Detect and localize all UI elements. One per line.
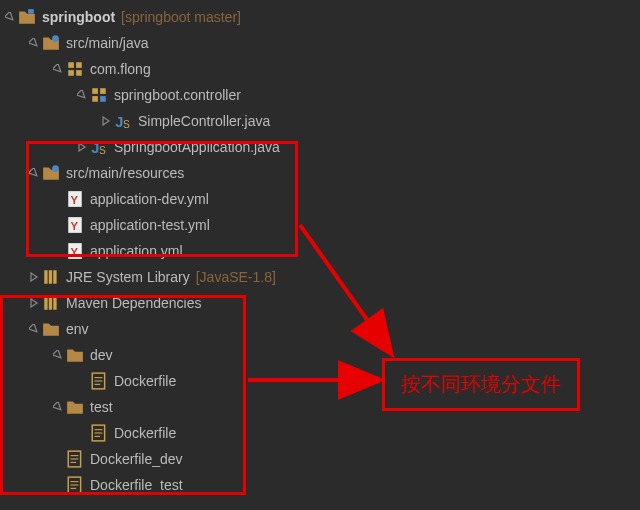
- svg-text:Y: Y: [71, 220, 79, 232]
- svg-text:Y: Y: [71, 246, 79, 258]
- svg-rect-8: [92, 96, 98, 102]
- project-folder-icon: [18, 8, 36, 26]
- svg-rect-2: [68, 62, 74, 68]
- text-file-icon: [90, 372, 108, 390]
- svg-rect-9: [100, 96, 106, 102]
- expand-arrow-icon[interactable]: [4, 11, 16, 23]
- tree-node-package[interactable]: com.flong: [0, 56, 640, 82]
- node-suffix: [JavaSE-1.8]: [196, 269, 276, 285]
- expand-arrow-icon[interactable]: [52, 349, 64, 361]
- folder-icon: [42, 320, 60, 338]
- svg-rect-25: [49, 296, 52, 310]
- node-label: com.flong: [90, 61, 151, 77]
- node-label: src/main/resources: [66, 165, 184, 181]
- text-file-icon: [66, 450, 84, 468]
- svg-rect-5: [76, 70, 82, 76]
- svg-rect-3: [76, 62, 82, 68]
- yaml-file-icon: Y: [66, 190, 84, 208]
- collapse-arrow-icon[interactable]: [28, 297, 40, 309]
- svg-text:Y: Y: [71, 194, 79, 206]
- collapse-arrow-icon[interactable]: [28, 271, 40, 283]
- tree-node-resources[interactable]: src/main/resources: [0, 160, 640, 186]
- tree-node-java-file[interactable]: JS SimpleController.java: [0, 108, 640, 134]
- folder-icon: [66, 346, 84, 364]
- project-tree: springboot [springboot master] src/main/…: [0, 0, 640, 502]
- node-label: Dockerfile_test: [90, 477, 183, 493]
- tree-node-dockerfile-dev[interactable]: Dockerfile_dev: [0, 446, 640, 472]
- collapse-arrow-icon[interactable]: [76, 141, 88, 153]
- annotation-callout: 按不同环境分文件: [382, 358, 580, 411]
- tree-node-yml[interactable]: Y application.yml: [0, 238, 640, 264]
- tree-node-maven[interactable]: Maven Dependencies: [0, 290, 640, 316]
- node-suffix: [springboot master]: [121, 9, 241, 25]
- tree-node-yml[interactable]: Y application-dev.yml: [0, 186, 640, 212]
- tree-node-dockerfile-test[interactable]: Dockerfile_test: [0, 472, 640, 498]
- library-icon: [42, 294, 60, 312]
- tree-node-java-file[interactable]: JS SpringbootApplication.java: [0, 134, 640, 160]
- callout-text: 按不同环境分文件: [401, 373, 561, 395]
- svg-rect-6: [92, 88, 98, 94]
- node-label: SimpleController.java: [138, 113, 270, 129]
- source-folder-icon: [42, 34, 60, 52]
- expand-arrow-icon[interactable]: [76, 89, 88, 101]
- java-file-icon: JS: [90, 138, 108, 156]
- tree-node-dockerfile[interactable]: Dockerfile: [0, 420, 640, 446]
- svg-point-1: [52, 35, 59, 42]
- svg-rect-0: [28, 9, 34, 14]
- svg-rect-22: [49, 270, 52, 284]
- svg-text:S: S: [123, 119, 130, 130]
- node-label: springboot: [42, 9, 115, 25]
- java-file-icon: JS: [114, 112, 132, 130]
- expand-arrow-icon[interactable]: [28, 323, 40, 335]
- node-label: dev: [90, 347, 113, 363]
- node-label: application.yml: [90, 243, 183, 259]
- node-label: Maven Dependencies: [66, 295, 201, 311]
- svg-rect-24: [44, 296, 47, 310]
- node-label: env: [66, 321, 89, 337]
- svg-rect-26: [53, 296, 56, 310]
- expand-arrow-icon[interactable]: [52, 63, 64, 75]
- tree-node-src-java[interactable]: src/main/java: [0, 30, 640, 56]
- svg-rect-21: [44, 270, 47, 284]
- node-label: springboot.controller: [114, 87, 241, 103]
- package-icon: [66, 60, 84, 78]
- package-icon: [90, 86, 108, 104]
- tree-node-controller[interactable]: springboot.controller: [0, 82, 640, 108]
- expand-arrow-icon[interactable]: [52, 401, 64, 413]
- tree-node-root[interactable]: springboot [springboot master]: [0, 4, 640, 30]
- tree-node-env[interactable]: env: [0, 316, 640, 342]
- tree-node-yml[interactable]: Y application-test.yml: [0, 212, 640, 238]
- node-label: JRE System Library: [66, 269, 190, 285]
- node-label: application-test.yml: [90, 217, 210, 233]
- node-label: SpringbootApplication.java: [114, 139, 280, 155]
- node-label: application-dev.yml: [90, 191, 209, 207]
- tree-node-jre[interactable]: JRE System Library [JavaSE-1.8]: [0, 264, 640, 290]
- node-label: src/main/java: [66, 35, 148, 51]
- expand-arrow-icon[interactable]: [28, 167, 40, 179]
- expand-arrow-icon[interactable]: [28, 37, 40, 49]
- node-label: Dockerfile: [114, 425, 176, 441]
- svg-rect-23: [53, 270, 56, 284]
- svg-rect-4: [68, 70, 74, 76]
- svg-text:S: S: [99, 145, 106, 156]
- svg-point-14: [52, 165, 59, 172]
- source-folder-icon: [42, 164, 60, 182]
- yaml-file-icon: Y: [66, 242, 84, 260]
- collapse-arrow-icon[interactable]: [100, 115, 112, 127]
- yaml-file-icon: Y: [66, 216, 84, 234]
- folder-icon: [66, 398, 84, 416]
- text-file-icon: [66, 476, 84, 494]
- svg-rect-7: [100, 88, 106, 94]
- node-label: test: [90, 399, 113, 415]
- text-file-icon: [90, 424, 108, 442]
- node-label: Dockerfile: [114, 373, 176, 389]
- node-label: Dockerfile_dev: [90, 451, 183, 467]
- library-icon: [42, 268, 60, 286]
